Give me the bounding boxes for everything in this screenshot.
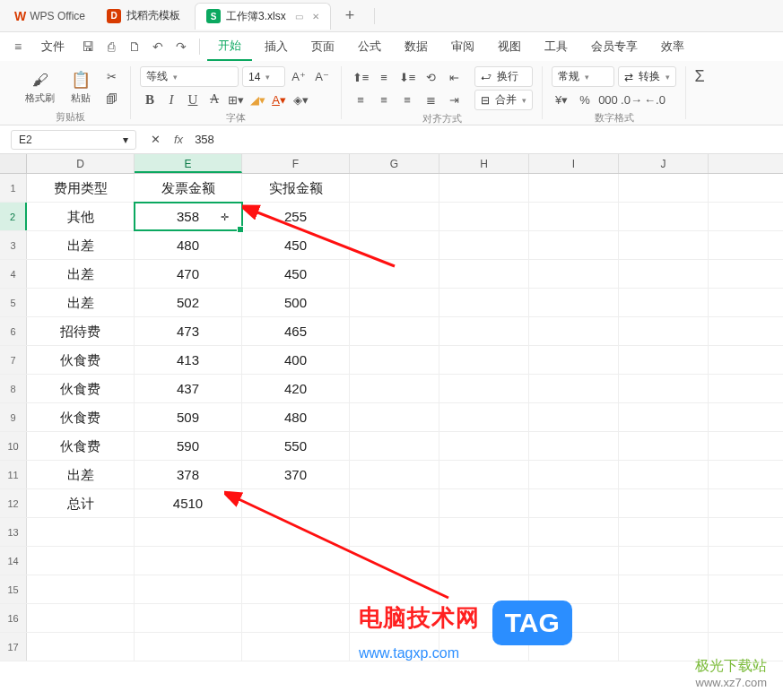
convert-button[interactable]: ⇄ 转换▾ [618,66,676,87]
cell-F4[interactable]: 450 [242,260,350,288]
row-header[interactable]: 15 [0,575,27,603]
cell-G6[interactable] [350,317,439,345]
cell-D3[interactable]: 出差 [27,231,135,259]
cell-G3[interactable] [350,231,439,259]
cell-F7[interactable]: 400 [242,346,350,374]
save-icon[interactable]: 🖫 [77,36,99,57]
row-header[interactable]: 13 [0,518,27,546]
row-header[interactable]: 17 [0,633,27,661]
cell-H15[interactable] [439,575,529,603]
cell-G2[interactable] [350,203,439,230]
close-icon[interactable]: ✕ [312,12,319,22]
cell-D16[interactable] [27,604,135,632]
align-bottom-icon[interactable]: ⬇≡ [397,67,417,87]
cell-I14[interactable] [529,547,619,575]
cell-I11[interactable] [529,461,619,488]
cell-G14[interactable] [350,547,439,575]
fx-icon[interactable]: fx [174,133,183,146]
cell-F6[interactable]: 465 [242,317,350,345]
menu-efficiency[interactable]: 效率 [650,33,695,60]
cell-E17[interactable] [135,633,242,661]
cell-D6[interactable]: 招待费 [27,317,135,345]
cell-F2[interactable]: 255 [242,203,350,230]
number-format-select[interactable]: 常规▾ [552,66,614,87]
cell-H6[interactable] [439,317,529,345]
col-header-E[interactable]: E [135,154,242,173]
cell-J4[interactable] [619,260,709,288]
col-header-J[interactable]: J [619,154,709,173]
cell-D8[interactable]: 伙食费 [27,375,135,402]
cell-J11[interactable] [619,461,709,488]
cell-F13[interactable] [242,518,350,546]
cell-J2[interactable] [619,203,709,230]
cell-F14[interactable] [242,547,350,575]
cell-D5[interactable]: 出差 [27,289,135,316]
cell-F17[interactable] [242,633,350,661]
menu-page[interactable]: 页面 [300,33,345,60]
cell-D13[interactable] [27,518,135,546]
cell-J8[interactable] [619,375,709,402]
new-tab-button[interactable]: + [335,6,366,25]
redo-icon[interactable]: ↷ [170,36,192,57]
cell-I12[interactable] [529,489,619,517]
preview-icon[interactable]: 🗋 [124,36,145,57]
cell-I10[interactable] [529,432,619,460]
cell-D15[interactable] [27,575,135,603]
font-size-select[interactable]: 14▾ [242,66,285,87]
cell-E3[interactable]: 480 [135,231,242,259]
cell-G10[interactable] [350,432,439,460]
clear-format-button[interactable]: ◈▾ [291,90,310,109]
cell-D9[interactable]: 伙食费 [27,403,135,431]
cell-H7[interactable] [439,346,529,374]
cell-D7[interactable]: 伙食费 [27,346,135,374]
cell-D1[interactable]: 费用类型 [27,174,135,202]
increase-font-icon[interactable]: A⁺ [289,66,309,86]
cell-I4[interactable] [529,260,619,288]
merge-button[interactable]: ⊟ 合并▾ [474,90,533,110]
cell-J1[interactable] [619,174,709,202]
font-family-select[interactable]: 等线▾ [140,66,239,87]
cell-I15[interactable] [529,575,619,603]
cell-F9[interactable]: 480 [242,403,350,431]
menu-toggle-icon[interactable]: ≡ [7,36,29,57]
cell-D4[interactable]: 出差 [27,260,135,288]
font-color-button[interactable]: A▾ [269,90,289,109]
row-header[interactable]: 4 [0,260,27,288]
cell-I1[interactable] [529,174,619,202]
cut-icon[interactable]: ✂ [101,66,121,86]
row-header[interactable]: 14 [0,547,27,575]
cell-J16[interactable] [619,604,709,632]
cell-J10[interactable] [619,432,709,460]
cell-G15[interactable] [350,575,439,603]
row-header[interactable]: 1 [0,174,27,202]
cell-G8[interactable] [350,375,439,402]
format-painter-button[interactable]: 🖌 格式刷 [20,69,60,107]
cell-E12[interactable]: 4510 [135,489,242,517]
menu-start[interactable]: 开始 [207,32,252,61]
indent-inc-icon[interactable]: ⇥ [444,90,464,109]
cell-F5[interactable]: 500 [242,289,350,316]
cell-I7[interactable] [529,346,619,374]
cell-H9[interactable] [439,403,529,431]
fill-color-button[interactable]: ◢▾ [248,90,267,109]
cell-H3[interactable] [439,231,529,259]
cell-I6[interactable] [529,317,619,345]
cell-G1[interactable] [350,174,439,202]
menu-data[interactable]: 数据 [394,33,439,60]
cell-H11[interactable] [439,461,529,488]
cell-I2[interactable] [529,203,619,230]
cell-G5[interactable] [350,289,439,316]
comma-icon[interactable]: 000 [598,90,618,109]
sum-icon[interactable]: Σ [690,66,709,86]
tab-templates[interactable]: D 找稻壳模板 [96,3,191,29]
cell-H12[interactable] [439,489,529,517]
window-indicator-icon[interactable]: ▭ [295,12,303,22]
cell-E16[interactable] [135,604,242,632]
cell-E4[interactable]: 470 [135,260,242,288]
border-button[interactable]: ⊞▾ [226,90,246,109]
bold-button[interactable]: B [140,90,160,109]
cell-E8[interactable]: 437 [135,375,242,402]
cell-F16[interactable] [242,604,350,632]
cell-E10[interactable]: 590 [135,432,242,460]
cell-E11[interactable]: 378 [135,461,242,488]
